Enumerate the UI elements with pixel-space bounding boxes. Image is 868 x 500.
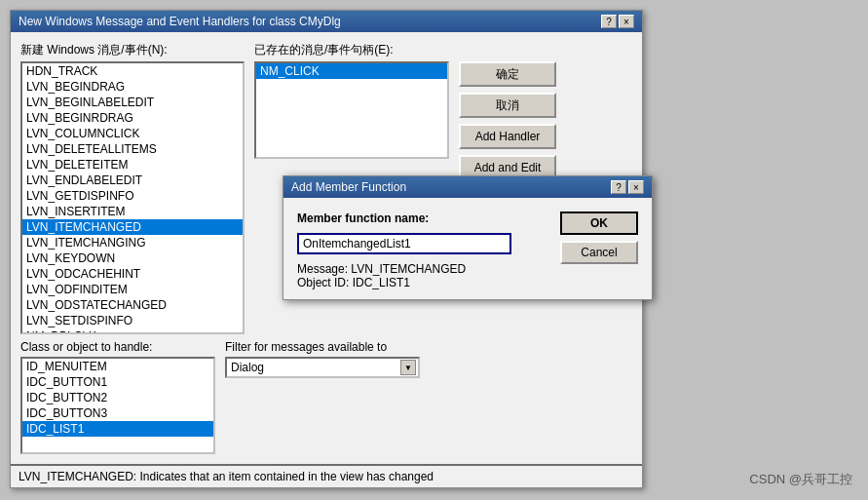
filter-container: Filter for messages available to Dialog … [225,340,420,454]
list-item[interactable]: LVN_ENDLABELEDIT [22,173,243,188]
list-item-selected[interactable]: LVN_ITEMCHANGED [22,219,243,235]
new-messages-label: 新建 Windows 消息/事件(N): [20,42,245,58]
filter-value: Dialog [231,361,264,374]
message-info: Message: LVN_ITEMCHANGED Object ID: IDC_… [297,262,550,289]
existing-handlers-listbox[interactable]: NM_CLICK [254,61,449,159]
list-item[interactable]: LVN_SETDISPINFO [22,313,243,328]
status-text: LVN_ITEMCHANGED: Indicates that an item … [19,470,434,483]
list-item[interactable]: LVN_INSERTITEM [22,204,243,219]
class-item[interactable]: ID_MENUITEM [22,359,213,374]
member-function-label: Member function name: [297,212,550,225]
sub-help-button[interactable]: ? [611,180,626,194]
sub-cancel-button[interactable]: Cancel [560,241,638,264]
sub-dialog: Add Member Function ? × Member function … [283,175,653,300]
help-button[interactable]: ? [601,15,617,28]
sub-dialog-title: Add Member Function [291,180,406,194]
class-item-selected[interactable]: IDC_LIST1 [22,421,213,437]
bottom-section: Class or object to handle: ID_MENUITEM I… [20,340,632,454]
list-item[interactable]: NM_DBLCLK [22,328,243,334]
list-item[interactable]: LVN_BEGINLABELEDIT [22,95,243,110]
list-item[interactable]: LVN_KEYDOWN [22,250,243,266]
class-item[interactable]: IDC_BUTTON3 [22,405,213,421]
sub-dialog-row: Member function name: Message: LVN_ITEMC… [297,212,638,289]
cancel-button[interactable]: 取消 [459,93,556,118]
list-item[interactable]: LVN_DELETEALLITEMS [22,141,243,157]
message-label: Message: LVN_ITEMCHANGED [297,262,550,276]
class-row: Class or object to handle: ID_MENUITEM I… [20,340,632,454]
existing-handler-item[interactable]: NM_CLICK [256,63,447,79]
sub-close-button[interactable]: × [628,180,644,194]
list-item[interactable]: LVN_ITEMCHANGING [22,235,243,250]
list-item[interactable]: LVN_ODFINDITEM [22,282,243,297]
sub-dialog-titlebar: Add Member Function ? × [283,176,652,198]
list-item[interactable]: LVN_BEGINDRAG [22,79,243,95]
list-item[interactable]: LVN_ODSTATECHANGED [22,297,243,313]
filter-label: Filter for messages available to [225,340,420,354]
filter-dropdown-wrapper: Dialog ▼ [225,357,420,378]
list-item[interactable]: LVN_COLUMNCLICK [22,126,243,141]
class-object-listbox[interactable]: ID_MENUITEM IDC_BUTTON1 IDC_BUTTON2 IDC_… [20,357,215,454]
class-object-label: Class or object to handle: [20,340,215,354]
class-item[interactable]: IDC_BUTTON2 [22,390,213,405]
list-item[interactable]: LVN_DELETEITEM [22,157,243,173]
sub-dialog-content: Member function name: Message: LVN_ITEMC… [283,198,652,299]
close-button[interactable]: × [619,15,634,28]
list-item[interactable]: HDN_TRACK [22,63,243,79]
main-dialog-titlebar: New Windows Message and Event Handlers f… [11,11,642,32]
sub-dialog-buttons: OK Cancel [560,212,638,264]
object-id-label: Object ID: IDC_LIST1 [297,276,550,289]
main-dialog-title: New Windows Message and Event Handlers f… [19,15,341,28]
ok-button[interactable]: 确定 [459,61,556,87]
list-item[interactable]: LVN_GETDISPINFO [22,188,243,204]
list-item[interactable]: LVN_BEGINRDRAG [22,110,243,126]
sub-dialog-left: Member function name: Message: LVN_ITEMC… [297,212,550,289]
member-function-input[interactable] [297,233,511,254]
class-item[interactable]: IDC_BUTTON1 [22,374,213,390]
titlebar-buttons: ? × [601,15,634,28]
status-bar: LVN_ITEMCHANGED: Indicates that an item … [11,464,642,487]
add-handler-button[interactable]: Add Handler [459,124,556,149]
sub-ok-button[interactable]: OK [560,212,638,235]
class-list-container: Class or object to handle: ID_MENUITEM I… [20,340,215,454]
existing-handlers-label: 已存在的消息/事件句柄(E): [254,42,449,58]
filter-input[interactable]: Dialog [225,357,420,378]
sub-titlebar-buttons: ? × [611,180,644,194]
watermark: CSDN @兵哥工控 [749,471,852,488]
list-item[interactable]: LVN_ODCACHEHINT [22,266,243,282]
new-messages-listbox[interactable]: HDN_TRACK LVN_BEGINDRAG LVN_BEGINLABELED… [20,61,245,334]
new-messages-container: 新建 Windows 消息/事件(N): HDN_TRACK LVN_BEGIN… [20,42,245,334]
